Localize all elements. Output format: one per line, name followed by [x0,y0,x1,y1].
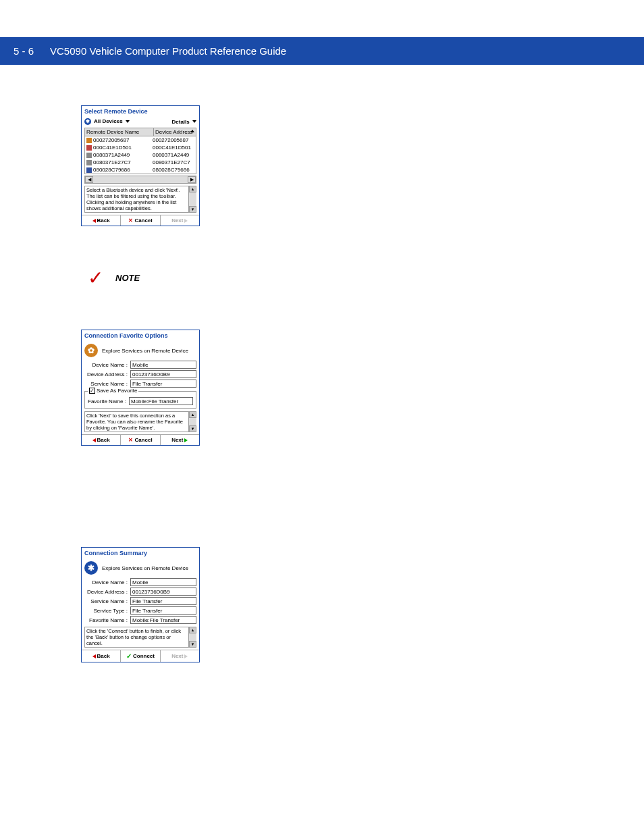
dialog-title: Select Remote Device [82,106,199,117]
table-row[interactable]: 000C41E1D501 000C41E1D501 [85,144,196,151]
next-button: Next [161,215,199,226]
arrow-left-icon [92,219,96,223]
device-name-field[interactable]: Mobile [130,361,196,369]
device-name-field[interactable]: Mobile [130,578,196,586]
all-devices-filter[interactable]: ✱ All Devices [84,118,130,125]
scroll-down-icon[interactable]: ▼ [189,641,196,648]
scroll-track[interactable] [189,192,196,206]
dialog-title: Connection Favorite Options [82,330,199,341]
connection-favorite-options-dialog: Connection Favorite Options ✿ Explore Se… [81,330,200,446]
table-row[interactable]: 080028C79686 080028C79686 [85,166,196,174]
col-device-addr[interactable]: Device Address [154,128,196,136]
device-address-field[interactable]: 00123736D0B9 [130,588,196,596]
service-name-label: Service Name : [84,381,130,387]
help-text: Click 'Next' to save this connection as … [84,411,189,432]
chevron-down-icon [192,120,196,123]
help-text: Select a Bluetooth device and click 'Nex… [84,186,189,213]
col-remote-name[interactable]: Remote Device Name [85,128,154,136]
help-text: Click the 'Connect' button to finish, or… [84,627,189,648]
scroll-track[interactable] [189,633,196,641]
chevron-down-icon [126,120,130,123]
sort-asc-icon [190,130,194,132]
device-icon [86,138,92,143]
device-icon [86,145,92,151]
dialog-title: Connection Summary [82,548,199,558]
button-row: Back ✕Cancel Next [82,215,199,226]
connection-summary-dialog: Connection Summary ✱ Explore Services on… [81,547,200,662]
arrow-right-icon [184,438,188,442]
service-type-label: Service Type : [84,608,130,614]
bluetooth-icon: ✱ [84,561,98,575]
note-label: NOTE [115,273,140,283]
device-address-label: Device Address : [84,589,130,595]
dialog-subtitle: Explore Services on Remote Device [102,348,188,354]
page-header: 5 - 6 VC5090 Vehicle Computer Product Re… [0,37,644,65]
button-row: Back ✓Connect Next [82,650,199,662]
device-icon [86,167,92,173]
page-title: VC5090 Vehicle Computer Product Referenc… [50,45,286,57]
save-favorite-checkbox[interactable]: ✓ [89,388,95,394]
save-favorite-fieldset: ✓ Save As Favorite Favorite Name : Mobil… [84,391,196,409]
connect-button[interactable]: ✓Connect [121,650,160,662]
scroll-right-icon[interactable]: ▶ [188,176,196,183]
dialog-toolbar: ✱ All Devices Details [82,117,199,126]
page-number: 5 - 6 [14,45,34,57]
arrow-right-icon [184,219,188,223]
service-type-field[interactable]: File Transfer [130,606,196,615]
save-favorite-label: Save As Favorite [97,388,137,394]
device-name-label: Device Name : [84,579,130,585]
scroll-up-icon[interactable]: ▲ [189,411,196,418]
table-row[interactable]: 0080371A2449 0080371A2449 [85,151,196,159]
note-block: ✓ NOTE [88,267,644,289]
vertical-scrollbar[interactable]: ▲ ▼ [189,411,196,432]
content-area: Select Remote Device ✱ All Devices Detai… [0,65,644,744]
device-icon [86,153,92,158]
bluetooth-icon: ✱ [84,118,91,125]
dialog-subtitle: Explore Services on Remote Device [102,565,188,571]
cancel-button[interactable]: ✕Cancel [121,435,160,445]
arrow-right-icon [184,654,188,658]
device-table: Remote Device Name Device Address 000272… [84,128,196,174]
scroll-left-icon[interactable]: ◀ [85,176,93,183]
x-icon: ✕ [128,217,133,224]
next-button[interactable]: Next [161,435,199,445]
service-name-label: Service Name : [84,598,130,604]
gear-icon: ✿ [84,344,98,357]
device-address-field[interactable]: 00123736D0B9 [130,370,196,378]
scroll-up-icon[interactable]: ▲ [189,627,196,633]
scroll-up-icon[interactable]: ▲ [189,186,196,192]
scroll-down-icon[interactable]: ▼ [189,425,196,432]
favorite-name-field[interactable]: Mobile:File Transfer [129,397,193,405]
favorite-name-field[interactable]: Mobile:File Transfer [130,616,196,624]
table-header: Remote Device Name Device Address [85,128,196,136]
scroll-track[interactable] [93,176,188,183]
next-button: Next [161,650,199,662]
favorite-name-label: Favorite Name : [88,398,129,405]
table-row[interactable]: 0080371E27C7 0080371E27C7 [85,159,196,166]
service-name-field[interactable]: File Transfer [130,380,196,388]
vertical-scrollbar[interactable]: ▲ ▼ [189,186,196,213]
back-button[interactable]: Back [82,215,121,226]
favorite-name-label: Favorite Name : [84,617,130,623]
back-button[interactable]: Back [82,650,121,662]
arrow-left-icon [92,438,96,442]
button-row: Back ✕Cancel Next [82,434,199,445]
device-icon [86,160,92,165]
arrow-left-icon [92,654,96,658]
vertical-scrollbar[interactable]: ▲ ▼ [189,627,196,648]
device-name-label: Device Name : [84,362,130,368]
details-menu[interactable]: Details [172,119,196,125]
check-icon: ✓ [88,267,103,289]
cancel-button[interactable]: ✕Cancel [121,215,160,226]
back-button[interactable]: Back [82,435,121,445]
scroll-down-icon[interactable]: ▼ [189,206,196,213]
table-row[interactable]: 000272005687 000272005687 [85,136,196,144]
horizontal-scrollbar[interactable]: ◀ ▶ [84,176,196,184]
x-icon: ✕ [128,437,133,443]
select-remote-device-dialog: Select Remote Device ✱ All Devices Detai… [81,105,200,226]
check-icon: ✓ [126,652,132,660]
scroll-track[interactable] [189,418,196,425]
service-name-field[interactable]: File Transfer [130,597,196,605]
device-address-label: Device Address : [84,371,130,377]
